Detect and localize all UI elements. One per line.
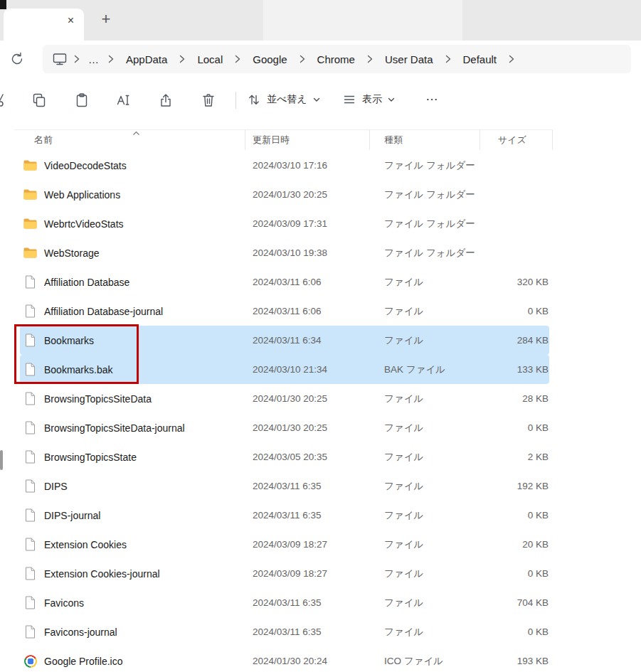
- file-row[interactable]: Google Profile.ico2024/01/30 20:24ICO ファ…: [20, 646, 549, 672]
- chevron-right-icon[interactable]: [174, 55, 191, 63]
- toolbar-divider: [235, 92, 236, 109]
- file-date: 2024/03/11 6:35: [245, 597, 370, 608]
- file-icon: [23, 625, 37, 639]
- file-row[interactable]: Bookmarks2024/03/11 6:34ファイル284 KB: [20, 326, 549, 355]
- file-row[interactable]: VideoDecodeStats2024/03/10 17:16ファイル フォル…: [20, 151, 549, 180]
- breadcrumb-item[interactable]: AppData: [120, 50, 174, 68]
- file-icon: [23, 450, 37, 464]
- file-name-cell: Web Applications: [20, 189, 245, 201]
- chevron-right-icon[interactable]: [68, 55, 85, 63]
- folder-icon: [23, 247, 37, 258]
- file-type: ファイル: [370, 334, 480, 347]
- file-size: 0 KB: [480, 306, 553, 316]
- file-type: ファイル フォルダー: [370, 247, 480, 260]
- file-row[interactable]: Affiliation Database2024/03/11 6:06ファイル3…: [20, 267, 549, 297]
- file-row[interactable]: Favicons2024/03/11 6:35ファイル704 KB: [20, 588, 549, 617]
- navigation-bar: … AppDataLocalGoogleChromeUser DataDefau…: [0, 41, 641, 78]
- breadcrumb-item[interactable]: Default: [457, 50, 504, 68]
- chevron-right-icon[interactable]: [361, 55, 378, 63]
- rename-button[interactable]: [115, 92, 132, 109]
- breadcrumb-item[interactable]: Local: [191, 50, 229, 68]
- file-name-cell: BrowsingTopicsSiteData-journal: [20, 421, 245, 434]
- file-date: 2024/01/30 20:25: [245, 393, 370, 404]
- file-date: 2024/03/11 6:35: [245, 510, 370, 521]
- column-header-type[interactable]: 種類: [370, 130, 480, 150]
- file-size: 193 KB: [480, 656, 553, 666]
- breadcrumb-overflow[interactable]: …: [85, 50, 102, 68]
- file-size: 0 KB: [480, 626, 553, 637]
- file-size: 0 KB: [480, 510, 553, 521]
- sort-button[interactable]: 並べ替え: [247, 90, 320, 110]
- file-date: 2024/01/30 20:25: [245, 422, 370, 433]
- file-type: ファイル フォルダー: [370, 188, 480, 201]
- file-row[interactable]: Bookmarks.bak2024/03/10 21:34BAK ファイル133…: [20, 355, 549, 384]
- paste-button[interactable]: [73, 92, 90, 109]
- column-header-size[interactable]: サイズ: [480, 130, 553, 150]
- file-row[interactable]: BrowsingTopicsSiteData-journal2024/01/30…: [20, 413, 549, 442]
- file-name-cell: Bookmarks.bak: [20, 363, 245, 376]
- file-name-cell: WebStorage: [20, 247, 245, 259]
- command-toolbar: 並べ替え 表示 …: [0, 78, 641, 122]
- file-date: 2024/03/05 20:35: [245, 452, 370, 462]
- file-row[interactable]: Extension Cookies-journal2024/03/09 18:2…: [20, 559, 549, 588]
- file-type: ファイル フォルダー: [370, 159, 480, 172]
- this-pc-icon[interactable]: [51, 50, 68, 68]
- share-button[interactable]: [157, 92, 174, 109]
- column-header-type-label: 種類: [384, 134, 403, 146]
- column-header-name[interactable]: 名前: [14, 130, 245, 150]
- breadcrumb-item[interactable]: Google: [246, 50, 293, 68]
- more-options-button[interactable]: …: [425, 89, 440, 104]
- column-header-date[interactable]: 更新日時: [245, 130, 370, 150]
- chevron-right-icon[interactable]: [102, 55, 120, 63]
- refresh-button[interactable]: [9, 51, 25, 67]
- file-row[interactable]: BrowsingTopicsState2024/03/05 20:35ファイル2…: [20, 442, 549, 471]
- file-row[interactable]: Web Applications2024/01/30 20:25ファイル フォル…: [20, 180, 549, 209]
- file-row[interactable]: DIPS-journal2024/03/11 6:35ファイル0 KB: [20, 501, 549, 530]
- folder-icon: [23, 189, 37, 200]
- chevron-right-icon[interactable]: [229, 55, 246, 63]
- file-list: VideoDecodeStats2024/03/10 17:16ファイル フォル…: [0, 151, 641, 672]
- file-row[interactable]: Extension Cookies2024/03/09 18:27ファイル20 …: [20, 530, 549, 559]
- view-button[interactable]: 表示: [342, 90, 395, 110]
- breadcrumb-item[interactable]: User Data: [378, 50, 440, 68]
- breadcrumb-item[interactable]: Chrome: [311, 50, 361, 68]
- sort-icon: [247, 92, 261, 107]
- scrollbar[interactable]: [0, 450, 3, 470]
- file-icon: [23, 363, 37, 376]
- file-name-cell: BrowsingTopicsState: [20, 450, 245, 464]
- file-icon: [23, 304, 37, 318]
- file-date: 2024/03/09 18:27: [245, 568, 370, 579]
- chevron-right-icon[interactable]: [294, 55, 311, 63]
- chevron-right-icon[interactable]: [440, 55, 457, 63]
- chevron-down-icon: [313, 97, 320, 102]
- address-bar[interactable]: … AppDataLocalGoogleChromeUser DataDefau…: [43, 45, 631, 73]
- file-name: BrowsingTopicsSiteData-journal: [44, 422, 185, 434]
- tab-close-icon[interactable]: ×: [68, 15, 74, 26]
- file-name-cell: Extension Cookies-journal: [20, 567, 245, 580]
- file-icon: [23, 567, 37, 580]
- explorer-tab[interactable]: ×: [4, 9, 84, 41]
- file-name: Affiliation Database: [44, 277, 129, 288]
- file-row[interactable]: WebrtcVideoStats2024/03/09 17:31ファイル フォル…: [20, 209, 549, 238]
- folder-icon: [23, 218, 37, 229]
- column-header-row: 名前 更新日時 種類 サイズ: [14, 129, 553, 150]
- chevron-right-icon[interactable]: [503, 55, 520, 63]
- file-size: 320 KB: [480, 277, 553, 287]
- file-row[interactable]: Favicons-journal2024/03/11 6:35ファイル0 KB: [20, 617, 549, 646]
- file-type: BAK ファイル: [370, 363, 480, 376]
- file-type: ファイル: [370, 305, 480, 318]
- delete-button[interactable]: [200, 92, 217, 109]
- copy-button[interactable]: [31, 92, 48, 109]
- file-row[interactable]: DIPS2024/03/11 6:35ファイル192 KB: [20, 471, 549, 501]
- file-row[interactable]: WebStorage2024/03/10 19:38ファイル フォルダー: [20, 238, 549, 267]
- cut-button[interactable]: [0, 92, 6, 109]
- file-type: ファイル: [370, 509, 480, 522]
- file-row[interactable]: BrowsingTopicsSiteData2024/01/30 20:25ファ…: [20, 384, 549, 413]
- file-row[interactable]: Affiliation Database-journal2024/03/11 6…: [20, 297, 549, 326]
- file-name: Extension Cookies-journal: [44, 568, 160, 580]
- view-label: 表示: [362, 93, 382, 106]
- file-type: ファイル: [370, 597, 480, 609]
- file-name: Google Profile.ico: [44, 656, 123, 667]
- new-tab-button[interactable]: +: [97, 11, 115, 27]
- view-icon: [342, 92, 356, 107]
